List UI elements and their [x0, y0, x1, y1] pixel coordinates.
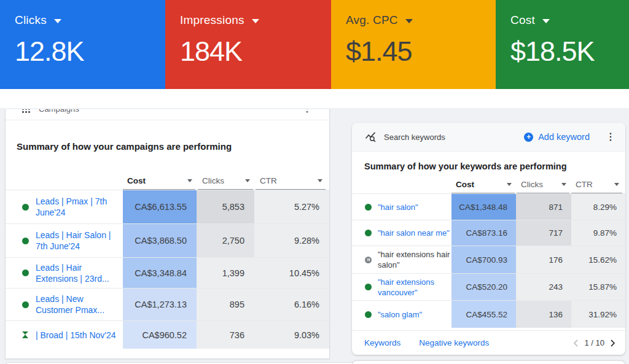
- add-keyword-label: Add keyword: [538, 132, 590, 142]
- ctr-cell: 8.29%: [571, 194, 625, 220]
- ctr-cell: 31.92%: [571, 301, 625, 328]
- kebab-menu-icon[interactable]: ⋮: [606, 132, 615, 142]
- status-enabled-icon: [22, 301, 29, 308]
- cost-cell: CA$3,868.50: [123, 224, 197, 257]
- sort-caret-icon: [561, 183, 566, 186]
- grid-icon: [22, 109, 30, 113]
- keywords-table-body: "hair salon" CA$1,348.48 871 8.29% "hair…: [352, 193, 625, 328]
- campaign-link[interactable]: Leads | New Customer Pmax...: [36, 293, 119, 316]
- keywords-summary-title: Summary of how your keywords are perform…: [364, 161, 613, 171]
- status-enabled-icon: [22, 204, 29, 211]
- column-header-clicks[interactable]: Clicks: [198, 176, 253, 190]
- table-row: Leads | Hair Salon | 7th June'24 CA$3,86…: [6, 223, 329, 257]
- column-header-cost[interactable]: Cost: [123, 176, 195, 190]
- chevron-left-icon[interactable]: [573, 339, 579, 347]
- scorecard-value: $1.45: [346, 36, 496, 68]
- sort-caret-icon: [245, 179, 250, 182]
- keyword-link[interactable]: "hair extensions hair salon": [378, 249, 450, 270]
- scorecard-value: 184K: [180, 36, 331, 68]
- tab-keywords[interactable]: Keywords: [364, 338, 400, 347]
- keywords-card-footer: Keywords Negative keywords 1 / 10: [352, 330, 625, 355]
- column-header-ctr[interactable]: CTR: [256, 176, 326, 190]
- ctr-cell: 15.62%: [571, 246, 625, 273]
- column-label: Clicks: [521, 180, 543, 189]
- page-indicator: 1 / 10: [584, 338, 604, 347]
- kebab-menu-icon[interactable]: ⋮: [302, 109, 312, 114]
- campaigns-table-body: Leads | Pmax | 7th June'24 CA$6,613.55 5…: [6, 190, 329, 349]
- clicks-cell: 736: [197, 321, 254, 349]
- ctr-cell: 10.45%: [254, 258, 329, 288]
- chevron-right-icon[interactable]: [610, 339, 615, 347]
- table-row: "hair salon" CA$1,348.48 871 8.29%: [352, 193, 625, 220]
- keyword-insights-icon: [364, 131, 377, 143]
- keyword-link[interactable]: "hair salon": [378, 202, 450, 212]
- scorecard-value: $18.5K: [510, 36, 629, 68]
- chevron-down-icon: [542, 19, 550, 23]
- campaigns-card-header-clipped: Campaigns ⋮: [6, 109, 329, 120]
- cost-cell: CA$455.52: [451, 301, 516, 328]
- scorecard-cost: Cost $18.5K: [496, 0, 629, 89]
- scorecard-metric-dropdown[interactable]: Impressions: [180, 14, 331, 27]
- sort-caret-icon: [507, 183, 512, 186]
- scorecard-clicks: Clicks 12.8K: [0, 0, 165, 89]
- campaigns-card-title: Campaigns: [39, 109, 79, 114]
- ctr-cell: 9.87%: [571, 220, 625, 246]
- keyword-name-cell: "hair salon near me": [352, 220, 451, 246]
- keywords-card-header: Search keywords + Add keyword ⋮: [352, 123, 625, 152]
- column-header-cost[interactable]: Cost: [451, 180, 515, 193]
- cost-cell: CA$960.52: [123, 321, 197, 349]
- table-row: | Broad | 15th Nov'24 CA$960.52 736 9.03…: [6, 320, 329, 349]
- keyword-link[interactable]: "salon glam": [378, 309, 450, 320]
- campaign-name-cell: Leads | Hair Salon | 7th June'24: [6, 224, 123, 257]
- chevron-down-icon: [405, 19, 413, 23]
- add-keyword-button[interactable]: + Add keyword: [524, 132, 590, 142]
- campaign-name-cell: | Broad | 15th Nov'24: [6, 321, 123, 349]
- status-enabled-icon: [22, 269, 29, 276]
- scorecard-metric-dropdown[interactable]: Avg. CPC: [346, 14, 496, 27]
- keyword-link[interactable]: "hair extensions vancouver": [378, 277, 450, 298]
- table-row: Leads | New Customer Pmax... CA$1,273.13…: [6, 288, 329, 320]
- keyword-link[interactable]: "hair salon near me": [378, 228, 450, 238]
- campaign-link[interactable]: Leads | Pmax | 7th June'24: [36, 196, 119, 218]
- campaign-name-cell: Leads | New Customer Pmax...: [6, 288, 123, 320]
- keywords-card-title: Search keywords: [384, 133, 445, 142]
- campaign-link[interactable]: | Broad | 15th Nov'24: [36, 330, 119, 341]
- campaign-name-cell: Leads | Pmax | 7th June'24: [6, 190, 123, 223]
- sort-caret-icon: [187, 179, 192, 182]
- keywords-card: Search keywords + Add keyword ⋮ Summary …: [352, 123, 625, 355]
- keyword-name-cell: "hair extensions hair salon": [352, 246, 451, 273]
- scorecard-label: Cost: [510, 14, 535, 27]
- table-row: "hair extensions vancouver" CA$520.20 24…: [352, 273, 625, 300]
- column-label: Cost: [456, 180, 474, 189]
- scorecard-label: Impressions: [180, 14, 244, 27]
- scorecard-label: Clicks: [15, 14, 47, 27]
- clicks-cell: 717: [516, 220, 571, 246]
- keywords-table-header: Cost Clicks CTR: [352, 179, 625, 193]
- tab-negative-keywords[interactable]: Negative keywords: [419, 338, 489, 347]
- ctr-cell: 9.03%: [254, 321, 329, 349]
- ctr-cell: 5.27%: [254, 190, 329, 223]
- table-row: "hair extensions hair salon" CA$700.93 1…: [352, 246, 625, 273]
- column-label: CTR: [260, 176, 277, 185]
- campaign-link[interactable]: Leads | Hair Extensions | 23rd...: [36, 262, 119, 284]
- column-label: CTR: [576, 180, 593, 189]
- clicks-cell: 1,399: [197, 258, 254, 288]
- campaign-link[interactable]: Leads | Hair Salon | 7th June'24: [36, 230, 119, 252]
- column-header-ctr[interactable]: CTR: [571, 180, 622, 193]
- clicks-cell: 5,853: [197, 190, 254, 223]
- scorecard-value: 12.8K: [15, 36, 165, 68]
- cost-cell: CA$1,273.13: [123, 288, 197, 320]
- keyword-name-cell: "hair salon": [352, 194, 451, 220]
- clicks-cell: 895: [197, 288, 254, 320]
- campaigns-table-header: Cost Clicks CTR: [6, 174, 329, 190]
- scorecard-metric-dropdown[interactable]: Cost: [510, 14, 629, 27]
- keyword-name-cell: "salon glam": [352, 301, 451, 328]
- chevron-down-icon: [54, 19, 61, 23]
- status-enabled-icon: [365, 284, 372, 290]
- status-enabled-icon: [365, 204, 372, 211]
- ads-dashboard: Clicks 12.8K Impressions 184K Avg. CPC $…: [0, 0, 629, 364]
- scorecard-metric-dropdown[interactable]: Clicks: [15, 14, 165, 27]
- column-header-clicks[interactable]: Clicks: [517, 180, 569, 193]
- ctr-cell: 6.16%: [254, 288, 329, 320]
- table-row: Leads | Hair Extensions | 23rd... CA$3,3…: [6, 257, 329, 288]
